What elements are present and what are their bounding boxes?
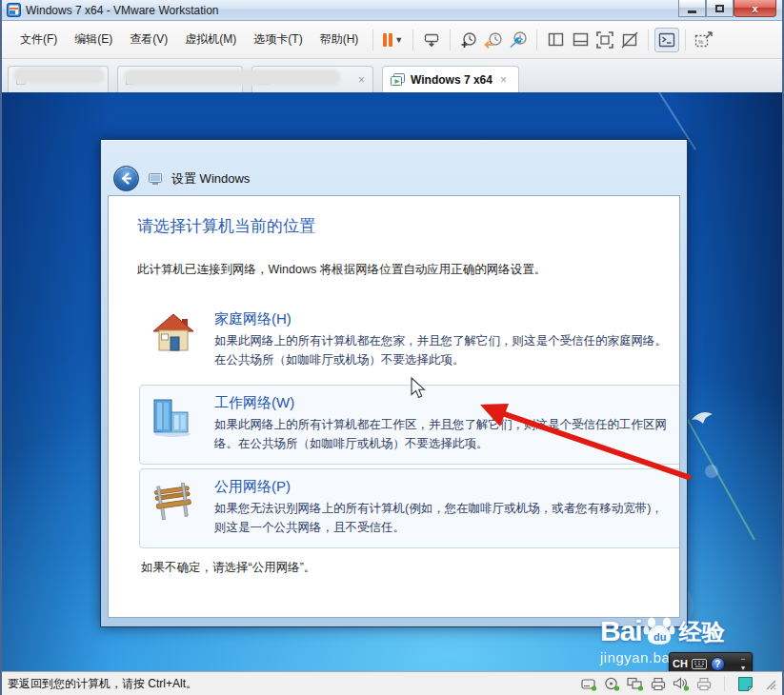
console-view-button[interactable] [654, 28, 679, 52]
menu-view[interactable]: 查看(V) [121, 27, 176, 52]
vm-running-icon [391, 73, 405, 87]
option-home-network[interactable]: 家庭网络(H) 如果此网络上的所有计算机都在您家，并且您了解它们，则这是个受信任… [139, 301, 680, 381]
option-description: 如果您无法识别网络上的所有计算机(例如，您在咖啡厅或机场，或者您有移动宽带)，则… [214, 499, 672, 537]
option-public-network[interactable]: 公用网络(P) 如果您无法识别网络上的所有计算机(例如，您在咖啡厅或机场，或者您… [139, 468, 680, 548]
house-icon [151, 313, 195, 353]
sound-icon[interactable] [673, 677, 690, 691]
censor-blur [13, 68, 105, 84]
tab-label: Windows 7 x64 [411, 73, 493, 87]
censor-blur [124, 70, 341, 86]
console-view-icon [657, 30, 676, 50]
intro-text: 此计算机已连接到网络，Windows 将根据网络位置自动应用正确的网络设置。 [137, 262, 651, 278]
status-bar: 要返回到您的计算机，请按 Ctrl+Alt。 [2, 671, 782, 695]
pause-icon [389, 33, 392, 47]
menu-file[interactable]: 文件(F) [11, 27, 66, 52]
thumbnail-bar-icon [572, 30, 590, 49]
ctrl-alt-del-icon [423, 31, 440, 49]
svg-text:du: du [653, 631, 666, 643]
svg-text:%: % [698, 39, 704, 45]
maximize-button[interactable] [706, 0, 734, 17]
toolbar-separator [412, 30, 413, 50]
close-button[interactable]: x [734, 0, 776, 17]
ime-help-button[interactable]: ? [711, 657, 725, 671]
toolbar-separator [450, 30, 451, 50]
menu-edit[interactable]: 编辑(E) [66, 27, 121, 52]
take-snapshot-button[interactable] [456, 28, 481, 52]
minimize-icon [688, 10, 696, 13]
hard-disk-icon[interactable] [581, 677, 597, 691]
vm-tab-windows7[interactable]: Windows 7 x64 × [382, 66, 519, 92]
toolbar-separator [648, 30, 649, 50]
setup-windows-icon [148, 171, 163, 187]
watermark-brand: Bai [600, 615, 642, 647]
toolbar-separator [372, 30, 373, 50]
dialog-body: 请选择计算机当前的位置 此计算机已连接到网络，Windows 将根据网络位置自动… [108, 195, 680, 618]
back-button[interactable] [113, 166, 139, 191]
free-stretch-button[interactable]: % [692, 28, 716, 52]
library-panel-icon [547, 30, 565, 49]
page-title: 请选择计算机当前的位置 [137, 215, 651, 237]
menu-toolbar: 文件(F) 编辑(E) 查看(V) 虚拟机(M) 选项卡(T) 帮助(H) ▼ [2, 21, 782, 59]
message-note-icon[interactable] [737, 676, 754, 692]
window-title: Windows 7 x64 - VMware Workstation [26, 4, 678, 17]
dialog-title: 设置 Windows [171, 170, 250, 188]
menu-help[interactable]: 帮助(H) [312, 27, 368, 52]
language-indicator[interactable]: CH [673, 658, 688, 669]
snapshot-manager-button[interactable] [506, 28, 531, 52]
menu-tabs[interactable]: 选项卡(T) [245, 27, 311, 52]
pause-vm-button[interactable]: ▼ [379, 28, 407, 52]
menu-vm[interactable]: 虚拟机(M) [176, 27, 245, 52]
revert-snapshot-button[interactable] [481, 28, 506, 52]
show-thumbnail-bar-button[interactable] [568, 28, 593, 52]
option-label: 家庭网络(H) [214, 310, 672, 328]
langbar-options-button[interactable]: ▾ [737, 664, 749, 671]
unity-mode-icon [620, 30, 639, 50]
langbar-minimize-button[interactable]: − [737, 655, 749, 664]
option-label: 工作网络(W) [214, 394, 672, 412]
maximize-icon [715, 5, 724, 12]
back-arrow-icon [120, 172, 132, 185]
virtual-printer-icon[interactable] [696, 677, 712, 691]
language-bar[interactable]: CH ? − ▾ [669, 652, 753, 671]
option-description: 如果此网络上的所有计算机都在工作区，并且您了解它们，则这是个受信任的工作区网络。… [214, 415, 672, 453]
option-description: 如果此网络上的所有计算机都在您家，并且您了解它们，则这是个受信任的家庭网络。在公… [214, 331, 672, 369]
park-bench-icon [151, 481, 195, 523]
tab-bar: × Windows 7 x64 × [2, 59, 782, 92]
cd-drive-icon[interactable] [604, 677, 620, 691]
fullscreen-button[interactable] [593, 28, 617, 52]
baidu-paw-icon: du [643, 614, 675, 646]
show-library-button[interactable] [543, 28, 568, 52]
unity-mode-button[interactable] [617, 28, 642, 52]
option-label: 公用网络(P) [214, 478, 672, 496]
fullscreen-icon [595, 30, 614, 50]
free-stretch-icon: % [694, 30, 714, 50]
footnote-text: 如果不确定，请选择“公用网络”。 [141, 560, 651, 576]
watermark-suffix: 经验 [679, 617, 725, 647]
revert-snapshot-icon [484, 30, 503, 50]
minimize-button[interactable] [678, 0, 706, 17]
take-snapshot-icon [459, 30, 478, 50]
office-buildings-icon [151, 397, 195, 439]
pause-icon [383, 33, 387, 47]
status-message: 要返回到您的计算机，请按 Ctrl+Alt。 [8, 676, 581, 692]
close-icon: x [752, 3, 757, 14]
vm-console-screen[interactable]: 设置 Windows 请选择计算机当前的位置 此计算机已连接到网络，Window… [2, 92, 782, 671]
vmware-window: Windows 7 x64 - VMware Workstation x 文件(… [0, 0, 784, 695]
ctrl-alt-del-button[interactable] [419, 28, 444, 52]
dropdown-caret-icon: ▼ [394, 35, 403, 45]
toolbar-separator [685, 30, 686, 50]
close-tab-icon[interactable]: × [358, 73, 365, 87]
close-tab-icon[interactable]: × [500, 73, 507, 87]
statusbar-separator [724, 676, 725, 691]
resize-grip[interactable] [763, 677, 776, 690]
keyboard-icon[interactable] [692, 659, 707, 669]
setup-windows-dialog: 设置 Windows 请选择计算机当前的位置 此计算机已连接到网络，Window… [100, 139, 688, 627]
toolbar-separator [536, 30, 537, 50]
vmware-app-icon [7, 3, 21, 17]
title-bar: Windows 7 x64 - VMware Workstation x [2, 0, 782, 21]
snapshot-manager-icon [509, 30, 528, 50]
option-work-network[interactable]: 工作网络(W) 如果此网络上的所有计算机都在工作区，并且您了解它们，则这是个受信… [139, 385, 680, 465]
printer-icon[interactable] [651, 677, 666, 691]
network-adapter-icon[interactable] [627, 677, 644, 691]
